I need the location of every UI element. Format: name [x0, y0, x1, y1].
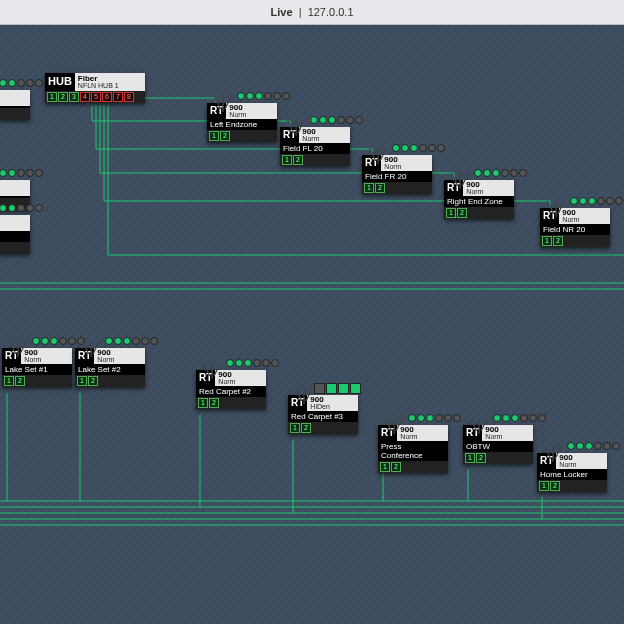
rt-node-redc2[interactable]: \ | / RT 900 Norm Red Carpet #2 12: [196, 370, 266, 409]
antenna-icon: \ | /: [469, 415, 482, 434]
node-ports[interactable]: 12: [444, 207, 514, 219]
diagram-canvas[interactable]: HUB Fiber NFLN HUB 1 12345678 \ | / RT 9…: [0, 25, 624, 624]
antenna-icon: \ | /: [8, 338, 21, 357]
status-label: Live: [271, 6, 293, 18]
leds: [474, 169, 527, 177]
antenna-icon: \ | /: [384, 415, 397, 434]
hub-port-3[interactable]: 3: [69, 92, 79, 102]
antenna-icon: \ | /: [368, 145, 381, 164]
node-ports[interactable]: 12: [362, 182, 432, 194]
node-ports[interactable]: 12: [207, 130, 277, 142]
node-name: Field FL 20: [280, 143, 350, 154]
hub-port-7[interactable]: 7: [113, 92, 123, 102]
leds: [567, 442, 620, 450]
leds: [226, 359, 279, 367]
node-ports[interactable]: 12: [75, 375, 145, 387]
node-ports[interactable]: 12: [537, 480, 607, 492]
hub-ports[interactable]: 12345678: [45, 91, 145, 103]
node-name: Press Conference: [378, 441, 448, 461]
hub-port-4[interactable]: 4: [80, 92, 90, 102]
antenna-icon: \ | /: [543, 443, 556, 462]
rt-node-lake2[interactable]: \ | / RT 900 Norm Lake Set #2 12: [75, 348, 145, 387]
leds: [0, 169, 43, 177]
antenna-icon: \ | /: [213, 93, 226, 112]
rt-node-obtw[interactable]: \ | / RT 900 Norm OBTW 12: [463, 425, 533, 464]
node-ports[interactable]: 12: [463, 452, 533, 464]
leds: [408, 414, 461, 422]
node-name: Home Locker: [537, 469, 607, 480]
leds: [0, 204, 43, 212]
hub-badge: HUB: [45, 73, 75, 91]
node-ports[interactable]: 12: [540, 235, 610, 247]
antenna-icon: \ | /: [294, 385, 307, 404]
rt-node-edge_top[interactable]: \ | / RT 900 Norm 12: [0, 90, 30, 120]
rt-node-field_fr20[interactable]: \ | / RT 900 Norm Field FR 20 12: [362, 155, 432, 194]
node-name: rpet: [0, 231, 30, 242]
leds: [105, 337, 158, 345]
node-name: Lake Set #1: [2, 364, 72, 375]
node-name: OBTW: [463, 441, 533, 452]
topbar: Live | 127.0.0.1: [0, 0, 624, 25]
hub-node[interactable]: HUB Fiber NFLN HUB 1 12345678: [45, 73, 145, 103]
rt-node-right_endzone[interactable]: \ | / RT 900 Norm Right End Zone 12: [444, 180, 514, 219]
node-name: Left Endzone: [207, 119, 277, 130]
antenna-icon: \ | /: [286, 117, 299, 136]
hub-port-6[interactable]: 6: [102, 92, 112, 102]
node-ports[interactable]: 12: [378, 461, 448, 473]
leds: [0, 79, 43, 87]
rt-node-field_nr20[interactable]: \ | / RT 900 Norm Field NR 20 12: [540, 208, 610, 247]
leds: [493, 414, 546, 422]
antenna-icon: \ | /: [202, 360, 215, 379]
rt-node-redc3[interactable]: \ | / RT 900 HiDen Red Carpet #3 12: [288, 395, 358, 434]
leds: [392, 144, 445, 152]
node-ports[interactable]: 12: [288, 422, 358, 434]
node-name: Field FR 20: [362, 171, 432, 182]
node-ports[interactable]: 12: [2, 375, 72, 387]
leds: [310, 116, 363, 124]
ip-label: 127.0.0.1: [308, 6, 354, 18]
node-ports[interactable]: 12: [280, 154, 350, 166]
node-name: Red Carpet #2: [196, 386, 266, 397]
node-ports[interactable]: 12: [0, 108, 30, 120]
antenna-icon: \ | /: [81, 338, 94, 357]
node-name: Right End Zone: [444, 196, 514, 207]
leds: [237, 92, 290, 100]
hub-port-2[interactable]: 2: [58, 92, 68, 102]
antenna-icon: \ | /: [450, 170, 463, 189]
rt-node-field_fl20[interactable]: \ | / RT 900 Norm Field FL 20 12: [280, 127, 350, 166]
node-name: Field NR 20: [540, 224, 610, 235]
rt-node-press[interactable]: \ | / RT 900 Norm Press Conference 12: [378, 425, 448, 473]
leds: [32, 337, 85, 345]
rt-node-home_locker[interactable]: \ | / RT 900 Norm Home Locker 12: [537, 453, 607, 492]
node-ports[interactable]: 12: [0, 242, 30, 254]
antenna-icon: \ | /: [546, 198, 559, 217]
hub-port-1[interactable]: 1: [47, 92, 57, 102]
hub-port-8[interactable]: 8: [124, 92, 134, 102]
wire-layer: [0, 25, 624, 624]
rt-node-left_endzone[interactable]: \ | / RT 900 Norm Left Endzone 12: [207, 103, 277, 142]
rt-node-carpet[interactable]: \ | / RT 900 Norm rpet 12: [0, 215, 30, 254]
rt-node-lake1[interactable]: \ | / RT 900 Norm Lake Set #1 12: [2, 348, 72, 387]
node-ports[interactable]: 12: [196, 397, 266, 409]
hub-port-5[interactable]: 5: [91, 92, 101, 102]
node-name: Red Carpet #3: [288, 411, 358, 422]
leds: [570, 197, 623, 205]
node-name: Lake Set #2: [75, 364, 145, 375]
